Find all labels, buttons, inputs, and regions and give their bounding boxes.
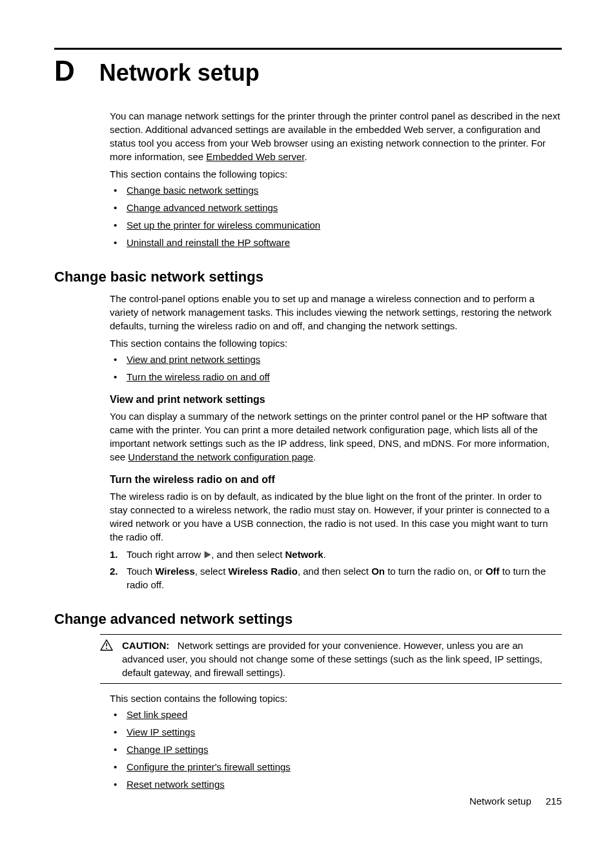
list-item: Turn the wireless radio on and off [110, 370, 562, 384]
list-item: View and print network settings [110, 353, 562, 366]
link-understand-netconfig[interactable]: Understand the network configuration pag… [128, 451, 313, 462]
caution-box: CAUTION: Network settings are provided f… [100, 634, 562, 684]
caution-body: Network settings are provided for your c… [122, 640, 542, 678]
footer-label: Network setup [469, 796, 531, 807]
list-item: Uninstall and reinstall the HP software [110, 236, 562, 249]
appendix-title: Network setup [99, 59, 260, 87]
page-footer: Network setup 215 [469, 796, 562, 807]
heading-change-basic: Change basic network settings [54, 269, 562, 285]
heading-turn-radio: Turn the wireless radio on and off [110, 474, 562, 486]
view-print-block: You can display a summary of the network… [110, 409, 562, 464]
list-item: View IP settings [110, 725, 562, 739]
intro-block: You can manage network settings for the … [110, 109, 562, 249]
link-change-basic[interactable]: Change basic network settings [127, 185, 258, 196]
step-1: Touch right arrow , and then select Netw… [110, 548, 562, 562]
step2-e: to turn the radio on, or [385, 566, 486, 577]
basic-lead: This section contains the following topi… [110, 336, 562, 350]
heading-view-print: View and print network settings [110, 394, 562, 406]
list-item: Change basic network settings [110, 183, 562, 197]
radio-block: The wireless radio is on by default, as … [110, 489, 562, 591]
link-view-ip[interactable]: View IP settings [127, 726, 195, 737]
step1-b: , and then select [211, 549, 285, 560]
footer-page-number: 215 [546, 796, 562, 807]
list-item: Reset network settings [110, 777, 562, 791]
link-embedded-web-server[interactable]: Embedded Web server [206, 151, 304, 162]
step2-a: Touch [127, 566, 155, 577]
list-item: Change IP settings [110, 743, 562, 756]
link-view-print[interactable]: View and print network settings [127, 354, 260, 365]
list-item: Change advanced network settings [110, 201, 562, 214]
view-print-para: You can display a summary of the network… [110, 409, 562, 464]
link-wireless-setup[interactable]: Set up the printer for wireless communic… [127, 220, 320, 231]
list-item: Set link speed [110, 708, 562, 721]
svg-point-3 [106, 648, 107, 649]
appendix-header: D Network setup [54, 55, 562, 87]
step2-wireless-radio: Wireless Radio [228, 566, 297, 577]
heading-change-advanced: Change advanced network settings [54, 611, 562, 628]
radio-para: The wireless radio is on by default, as … [110, 489, 562, 544]
intro-topic-list: Change basic network settings Change adv… [110, 183, 562, 249]
link-change-advanced[interactable]: Change advanced network settings [127, 202, 278, 213]
caution-icon [100, 639, 116, 679]
caution-label: CAUTION: [122, 640, 169, 651]
step2-wireless: Wireless [155, 566, 195, 577]
step2-d: , and then select [298, 566, 371, 577]
basic-para: The control-panel options enable you to … [110, 292, 562, 333]
step-2: Touch Wireless, select Wireless Radio, a… [110, 564, 562, 591]
advanced-lead: This section contains the following topi… [110, 692, 562, 705]
svg-marker-0 [205, 551, 210, 558]
top-rule [54, 48, 562, 50]
link-firewall[interactable]: Configure the printer's firewall setting… [127, 761, 291, 772]
link-reset-network[interactable]: Reset network settings [127, 779, 225, 790]
view-print-text-b: . [313, 451, 316, 462]
link-change-ip[interactable]: Change IP settings [127, 744, 208, 755]
right-arrow-icon [203, 548, 211, 562]
link-uninstall-reinstall[interactable]: Uninstall and reinstall the HP software [127, 237, 290, 248]
intro-lead: This section contains the following topi… [110, 167, 562, 181]
step2-on: On [371, 566, 385, 577]
list-item: Configure the printer's firewall setting… [110, 760, 562, 774]
step2-c: , select [195, 566, 229, 577]
radio-steps: Touch right arrow , and then select Netw… [110, 548, 562, 591]
intro-text-a: You can manage network settings for the … [110, 110, 560, 162]
intro-text-b: . [305, 151, 307, 162]
link-set-link-speed[interactable]: Set link speed [127, 709, 187, 720]
list-item: Set up the printer for wireless communic… [110, 218, 562, 232]
caution-text: CAUTION: Network settings are provided f… [122, 639, 562, 679]
intro-para: You can manage network settings for the … [110, 109, 562, 163]
basic-block: The control-panel options enable you to … [110, 292, 562, 384]
basic-topic-list: View and print network settings Turn the… [110, 353, 562, 384]
appendix-letter: D [54, 55, 75, 87]
link-turn-radio[interactable]: Turn the wireless radio on and off [127, 371, 270, 382]
step1-a: Touch right arrow [127, 549, 203, 560]
step2-off: Off [486, 566, 500, 577]
advanced-block: This section contains the following topi… [110, 692, 562, 791]
step1-c: . [323, 549, 326, 560]
advanced-topic-list: Set link speed View IP settings Change I… [110, 708, 562, 791]
step1-network: Network [285, 549, 323, 560]
